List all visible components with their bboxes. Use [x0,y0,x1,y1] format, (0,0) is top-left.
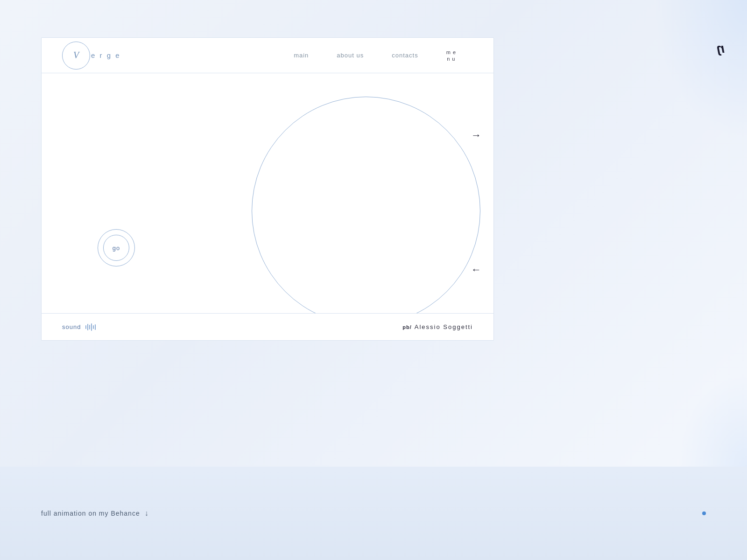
arrow-left-button[interactable]: ← [471,264,480,276]
behance-link[interactable]: full animation on my Behance ↓ [41,509,148,518]
header-bar: V e r g e main about us contacts m e n u [42,38,493,73]
author-area: pb/ Alessio Soggetti [402,323,473,330]
bottom-section: full animation on my Behance ↓ [0,467,747,560]
author-prefix: pb/ [402,324,412,330]
logo-text: e r g e [86,51,121,59]
main-card: V e r g e main about us contacts m e n u… [41,37,494,341]
go-inner-button[interactable]: go [103,235,129,261]
logo-area[interactable]: V e r g e [62,42,121,70]
wave-bar-2 [87,324,88,330]
wave-bar-3 [89,325,90,329]
behance-arrow-icon: ↓ [145,509,148,518]
wave-bar-1 [85,325,86,329]
nav-contacts[interactable]: contacts [392,52,418,59]
wave-bar-6 [95,324,96,330]
wave-bar-4 [91,323,92,331]
wave-bar-5 [93,325,94,329]
gradient-decoration-tr [654,0,747,140]
nav-links: main about us contacts m e n u [294,49,456,62]
sound-label: sound [62,323,81,330]
gradient-decoration-br [677,373,747,467]
go-label: go [113,245,120,252]
big-decorative-circle [252,97,480,313]
sound-area[interactable]: sound [62,323,96,331]
footer-bar: sound pb/ Alessio Soggetti [42,313,493,340]
logo-v-letter: V [73,50,79,61]
menu-label[interactable]: m e n u [446,49,456,62]
author-name: Alessio Soggetti [415,323,473,330]
behance-text: full animation on my Behance [41,510,140,517]
logo-circle: V [62,42,90,70]
dot-indicator [702,511,706,515]
content-area: → ← go [42,73,493,313]
go-button-area[interactable]: go [98,229,135,266]
arrow-right-button[interactable]: → [471,129,480,141]
nav-about[interactable]: about us [337,52,364,59]
nav-main[interactable]: main [294,52,309,59]
sound-wave-icon [85,323,96,331]
brand-icon: ŋ [717,41,725,56]
